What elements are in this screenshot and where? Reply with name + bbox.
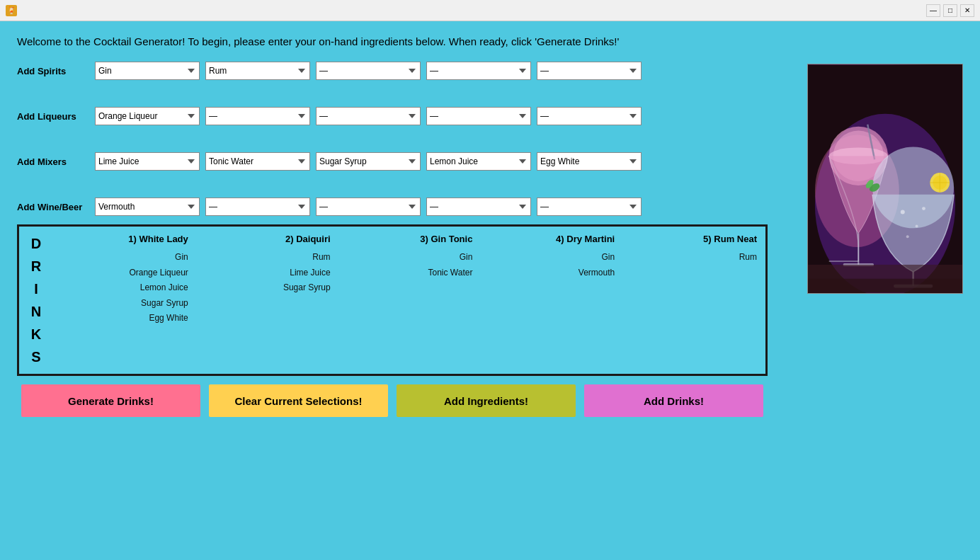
liqueurs-row: Add Liqueurs Orange Liqueur — Amaretto B… bbox=[17, 107, 963, 125]
drink-4-ingredients: Gin Vermouth bbox=[579, 250, 615, 280]
title-bar-controls[interactable]: — □ ✕ bbox=[926, 4, 974, 17]
liqueurs-dropdown-2[interactable]: — Orange Liqueur Amaretto Baileys Kahlua… bbox=[205, 107, 310, 125]
spirits-dropdown-3[interactable]: — Gin Vodka Rum Tequila Whiskey Brandy bbox=[316, 62, 421, 80]
wine-beer-dropdowns: Vermouth — Red Wine White Wine Beer Pros… bbox=[95, 198, 642, 216]
main-content: Welcome to the Cocktail Generator! To be… bbox=[0, 21, 980, 424]
drink-1-name: 1) White Lady bbox=[63, 234, 188, 244]
wine-beer-row: Add Wine/Beer Vermouth — Red Wine White … bbox=[17, 198, 963, 216]
liqueurs-dropdown-1[interactable]: Orange Liqueur — Amaretto Baileys Kahlua… bbox=[95, 107, 200, 125]
drink-2-ingredients: Rum Lime Juice Sugar Syrup bbox=[283, 250, 331, 296]
wine-beer-dropdown-4[interactable]: — Vermouth Red Wine White Wine Beer Pros… bbox=[426, 198, 531, 216]
drinks-list: 1) White Lady Gin Orange Liqueur Lemon J… bbox=[55, 227, 765, 374]
svg-point-11 bbox=[916, 224, 918, 227]
mixers-dropdown-3[interactable]: Sugar Syrup — Lime Juice Lemon Juice Ton… bbox=[316, 152, 421, 171]
sections-wrapper: Add Spirits Gin — Vodka Rum Tequila Whis… bbox=[17, 62, 963, 216]
wine-beer-label: Add Wine/Beer bbox=[17, 202, 95, 212]
wine-beer-dropdown-1[interactable]: Vermouth — Red Wine White Wine Beer Pros… bbox=[95, 198, 200, 216]
drink-5-ingredients: Rum bbox=[739, 250, 757, 265]
wine-beer-dropdown-2[interactable]: — Vermouth Red Wine White Wine Beer Pros… bbox=[205, 198, 310, 216]
generate-drinks-button[interactable]: Generate Drinks! bbox=[21, 384, 200, 417]
drink-3-name: 3) Gin Tonic bbox=[348, 234, 473, 244]
spirits-dropdowns: Gin — Vodka Rum Tequila Whiskey Brandy R… bbox=[95, 62, 642, 80]
minimize-button[interactable]: — bbox=[926, 4, 940, 17]
add-drinks-button[interactable]: Add Drinks! bbox=[584, 384, 763, 417]
welcome-text: Welcome to the Cocktail Generator! To be… bbox=[17, 35, 963, 47]
drink-5-name: 5) Rum Neat bbox=[632, 234, 757, 244]
drink-4-name: 4) Dry Martini bbox=[489, 234, 615, 244]
drink-1-ingredients: Gin Orange Liqueur Lemon Juice Sugar Syr… bbox=[129, 250, 188, 326]
drink-column-1: 1) White Lady Gin Orange Liqueur Lemon J… bbox=[55, 227, 197, 374]
add-ingredients-button[interactable]: Add Ingredients! bbox=[397, 384, 576, 417]
drink-3-ingredients: Gin Tonic Water bbox=[428, 250, 472, 280]
wine-beer-dropdown-5[interactable]: — Vermouth Red Wine White Wine Beer Pros… bbox=[537, 198, 642, 216]
liqueurs-dropdowns: Orange Liqueur — Amaretto Baileys Kahlua… bbox=[95, 107, 642, 125]
app-icon: 🍹 bbox=[6, 5, 17, 16]
wine-beer-dropdown-3[interactable]: — Vermouth Red Wine White Wine Beer Pros… bbox=[316, 198, 421, 216]
spirits-dropdown-1[interactable]: Gin — Vodka Rum Tequila Whiskey Brandy bbox=[95, 62, 200, 80]
mixers-dropdown-5[interactable]: Egg White — Lime Juice Lemon Juice Tonic… bbox=[537, 152, 642, 171]
drinks-panel: D R I N K S 1) White Lady Gin Orange Liq… bbox=[17, 224, 768, 376]
clear-selections-button[interactable]: Clear Current Selections! bbox=[209, 384, 388, 417]
drink-column-4: 4) Dry Martini Gin Vermouth bbox=[481, 227, 623, 374]
mixers-dropdown-2[interactable]: Tonic Water — Lime Juice Lemon Juice Sug… bbox=[205, 152, 310, 171]
drink-column-3: 3) Gin Tonic Gin Tonic Water bbox=[339, 227, 482, 374]
spirits-row: Add Spirits Gin — Vodka Rum Tequila Whis… bbox=[17, 62, 963, 80]
liqueurs-dropdown-3[interactable]: — Orange Liqueur Amaretto Baileys Kahlua… bbox=[316, 107, 421, 125]
mixers-dropdown-4[interactable]: Lemon Juice — Lime Juice Tonic Water Sug… bbox=[426, 152, 531, 171]
spirits-dropdown-2[interactable]: Rum — Gin Vodka Tequila Whiskey Brandy bbox=[205, 62, 310, 80]
spirits-dropdown-5[interactable]: — Gin Vodka Rum Tequila Whiskey Brandy bbox=[537, 62, 642, 80]
title-bar: 🍹 — □ ✕ bbox=[0, 0, 980, 21]
mixers-label: Add Mixers bbox=[17, 156, 95, 167]
maximize-button[interactable]: □ bbox=[943, 4, 957, 17]
drink-column-2: 2) Daiquiri Rum Lime Juice Sugar Syrup bbox=[197, 227, 339, 374]
liqueurs-label: Add Liqueurs bbox=[17, 111, 95, 122]
mixers-dropdown-1[interactable]: Lime Juice — Lemon Juice Tonic Water Sug… bbox=[95, 152, 200, 171]
liqueurs-dropdown-4[interactable]: — Orange Liqueur Amaretto Baileys Kahlua… bbox=[426, 107, 531, 125]
buttons-row: Generate Drinks! Clear Current Selection… bbox=[17, 384, 768, 417]
svg-point-13 bbox=[906, 235, 909, 238]
title-bar-left: 🍹 bbox=[6, 5, 17, 16]
drink-column-5: 5) Rum Neat Rum bbox=[623, 227, 765, 374]
close-button[interactable]: ✕ bbox=[960, 4, 974, 17]
svg-rect-23 bbox=[808, 279, 962, 293]
spirits-label: Add Spirits bbox=[17, 66, 95, 76]
drinks-vertical-label: D R I N K S bbox=[19, 227, 55, 374]
mixers-dropdowns: Lime Juice — Lemon Juice Tonic Water Sug… bbox=[95, 152, 642, 171]
liqueurs-dropdown-5[interactable]: — Orange Liqueur Amaretto Baileys Kahlua… bbox=[537, 107, 642, 125]
drink-2-name: 2) Daiquiri bbox=[205, 234, 331, 244]
mixers-row: Add Mixers Lime Juice — Lemon Juice Toni… bbox=[17, 152, 963, 171]
spirits-dropdown-4[interactable]: — Gin Vodka Rum Tequila Whiskey Brandy bbox=[426, 62, 531, 80]
